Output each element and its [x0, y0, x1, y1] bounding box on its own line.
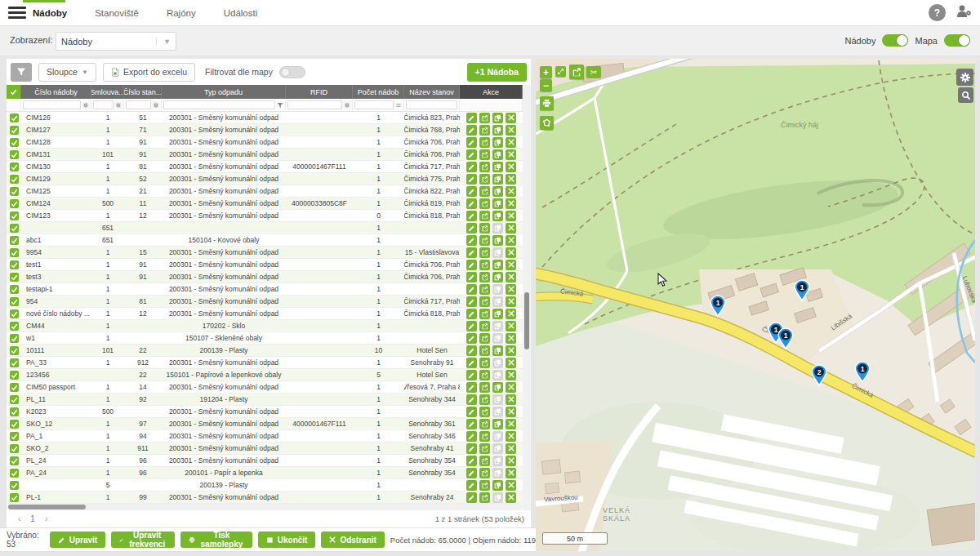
row-delete-button[interactable]	[506, 284, 516, 295]
row-duplicate-button[interactable]	[492, 235, 503, 246]
row-checkbox[interactable]	[10, 346, 19, 355]
select-all-checkbox[interactable]	[7, 85, 21, 99]
polygon-select-button[interactable]	[540, 116, 554, 130]
row-checkbox[interactable]	[10, 138, 19, 147]
row-edit-button[interactable]	[466, 321, 477, 331]
table-row[interactable]: 12345622150101 - Papírové a lepenkové ob…	[7, 369, 523, 381]
row-edit-button[interactable]	[466, 235, 477, 246]
map-search-button[interactable]	[958, 87, 973, 103]
row-edit-button[interactable]	[466, 223, 477, 234]
table-row[interactable]: PA_1194200301 - Směsný komunální odpad1S…	[7, 430, 523, 443]
add-container-button[interactable]: +1 Nádoba	[467, 63, 527, 82]
row-edit-button[interactable]	[466, 431, 477, 442]
row-delete-button[interactable]	[506, 358, 516, 368]
row-edit-button[interactable]	[466, 345, 477, 356]
next-page-button[interactable]: ›	[45, 514, 47, 523]
tisk-samolepky-button[interactable]: Tisk samolepky	[180, 532, 252, 548]
row-open-button[interactable]	[479, 235, 490, 246]
row-delete-button[interactable]	[506, 223, 516, 234]
row-open-button[interactable]	[479, 394, 490, 405]
toggle-nádoby[interactable]	[882, 34, 908, 47]
row-checkbox[interactable]	[10, 358, 19, 367]
row-delete-button[interactable]	[506, 370, 516, 380]
row-open-button[interactable]	[479, 382, 490, 393]
row-checkbox[interactable]	[10, 407, 19, 416]
map-marker[interactable]: 1	[710, 295, 726, 317]
row-edit-button[interactable]	[466, 407, 477, 417]
row-open-button[interactable]	[479, 272, 490, 282]
row-duplicate-button[interactable]	[492, 125, 503, 136]
row-checkbox[interactable]	[10, 260, 19, 269]
map-marker[interactable]: 1	[777, 327, 794, 349]
row-duplicate-button[interactable]	[492, 272, 503, 282]
row-checkbox[interactable]	[10, 481, 19, 490]
row-edit-button[interactable]	[466, 149, 477, 160]
hamburger-menu-icon[interactable]	[8, 7, 26, 20]
table-row[interactable]: 954181200301 - Směsný komunální odpad1Či…	[7, 296, 523, 308]
row-open-button[interactable]	[479, 480, 490, 491]
row-checkbox[interactable]	[10, 444, 19, 453]
row-checkbox[interactable]	[10, 162, 19, 171]
row-delete-button[interactable]	[506, 235, 516, 246]
filter-funnel-button[interactable]	[11, 63, 32, 82]
ukon-it-button[interactable]: Ukončit	[258, 532, 316, 548]
map-marker[interactable]: 1	[854, 361, 871, 383]
row-open-button[interactable]	[479, 198, 490, 209]
row-open-button[interactable]	[479, 468, 490, 478]
row-edit-button[interactable]	[466, 113, 477, 123]
columns-button[interactable]: Sloupce ▼	[38, 63, 96, 82]
tab-stanoviště[interactable]: Stanoviště	[95, 8, 139, 18]
row-open-button[interactable]	[479, 333, 490, 344]
column-header-8[interactable]: Akce	[460, 85, 523, 99]
row-delete-button[interactable]	[506, 443, 516, 454]
horizontal-scrollbar[interactable]	[7, 504, 523, 510]
row-edit-button[interactable]	[466, 125, 477, 136]
table-row[interactable]: w11150107 - Skleněné obaly1	[7, 332, 523, 345]
filter-eq-icon[interactable]	[395, 102, 402, 109]
table-row[interactable]: PA_331912200301 - Směsný komunální odpad…	[7, 357, 523, 369]
table-row[interactable]: CM441170202 - Sklo1	[7, 320, 523, 332]
row-open-button[interactable]	[479, 431, 490, 442]
filter-gear-icon[interactable]	[344, 102, 350, 109]
row-open-button[interactable]	[479, 370, 490, 380]
row-checkbox[interactable]	[10, 175, 19, 184]
row-duplicate-button[interactable]	[492, 198, 503, 209]
table-row[interactable]: test1191200301 - Směsný komunální odpad1…	[7, 259, 523, 271]
row-checkbox[interactable]	[10, 248, 19, 257]
row-delete-button[interactable]	[506, 296, 516, 307]
row-delete-button[interactable]	[506, 174, 516, 185]
vertical-scrollbar[interactable]	[523, 85, 531, 510]
row-duplicate-button[interactable]	[492, 162, 503, 172]
row-checkbox[interactable]	[10, 150, 19, 159]
scissors-button[interactable]: ✂	[586, 66, 601, 78]
row-duplicate-button[interactable]	[492, 149, 503, 160]
row-open-button[interactable]	[479, 443, 490, 454]
table-row[interactable]: CIM129152200301 - Směsný komunální odpad…	[7, 173, 523, 185]
row-delete-button[interactable]	[506, 186, 516, 197]
row-delete-button[interactable]	[506, 321, 516, 331]
row-delete-button[interactable]	[506, 162, 516, 172]
row-delete-button[interactable]	[506, 309, 516, 319]
filter-input-7[interactable]	[406, 100, 457, 109]
row-delete-button[interactable]	[506, 211, 516, 221]
row-open-button[interactable]	[479, 174, 490, 185]
row-edit-button[interactable]	[466, 480, 477, 491]
table-row[interactable]: 6511	[7, 222, 523, 234]
filter-input-1[interactable]	[23, 100, 81, 109]
resize-arrows-button[interactable]	[555, 66, 566, 77]
map-canvas[interactable]: Čimický hájČimickáČimickáČimickáLibišská…	[536, 59, 975, 551]
row-edit-button[interactable]	[466, 174, 477, 185]
row-duplicate-button[interactable]	[492, 419, 503, 429]
help-button[interactable]: ?	[929, 4, 946, 21]
row-open-button[interactable]	[479, 211, 490, 221]
filter-gear-icon[interactable]	[153, 102, 159, 109]
column-header-5[interactable]: RFID	[286, 85, 353, 99]
table-row[interactable]: 1011110122200139 - Plasty10Hotel Sen	[7, 345, 523, 357]
row-edit-button[interactable]	[466, 443, 477, 454]
row-edit-button[interactable]	[466, 333, 477, 344]
row-duplicate-button[interactable]	[492, 211, 503, 221]
row-edit-button[interactable]	[466, 260, 477, 270]
row-duplicate-button[interactable]	[492, 260, 503, 270]
row-delete-button[interactable]	[506, 149, 516, 160]
row-open-button[interactable]	[479, 358, 490, 368]
